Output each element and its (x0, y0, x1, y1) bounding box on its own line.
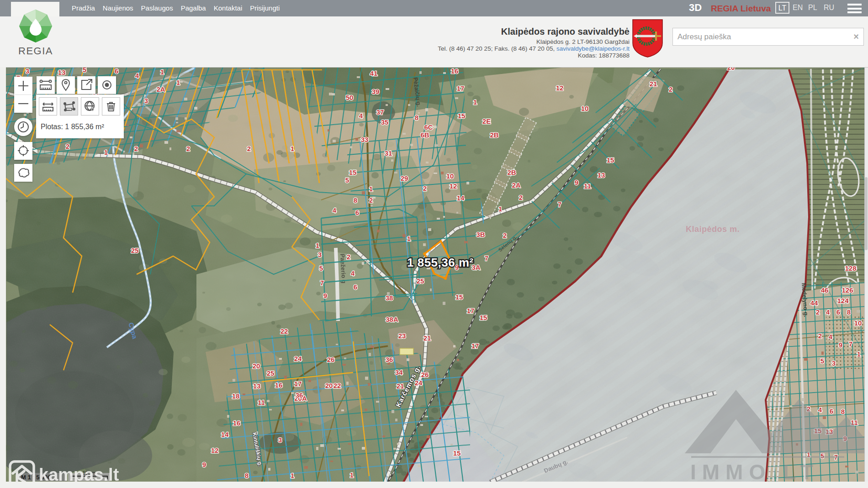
svg-text:kampas.lt: kampas.lt (39, 465, 119, 482)
svg-text:2: 2 (818, 332, 822, 340)
svg-text:14: 14 (457, 194, 465, 202)
svg-text:33: 33 (361, 136, 369, 143)
svg-text:2: 2 (816, 308, 820, 316)
svg-text:38: 38 (386, 294, 393, 302)
svg-text:128: 128 (845, 264, 856, 272)
svg-text:11: 11 (584, 182, 591, 190)
svg-text:29: 29 (401, 174, 408, 182)
svg-text:8: 8 (415, 114, 418, 121)
svg-text:9: 9 (839, 341, 842, 349)
svg-text:15: 15 (480, 314, 487, 321)
svg-text:11: 11 (258, 399, 265, 406)
svg-text:21: 21 (423, 334, 431, 342)
svg-text:25: 25 (131, 247, 139, 254)
svg-text:24: 24 (415, 379, 423, 387)
svg-text:23: 23 (398, 332, 406, 340)
svg-text:7: 7 (558, 200, 561, 208)
svg-text:1: 1 (291, 472, 294, 479)
svg-text:2: 2 (519, 194, 523, 201)
svg-text:24: 24 (294, 355, 302, 362)
svg-text:2: 2 (503, 231, 507, 239)
svg-text:15: 15 (455, 293, 463, 301)
svg-text:1: 1 (498, 205, 502, 213)
svg-text:20: 20 (253, 362, 260, 370)
svg-text:1: 1 (160, 68, 164, 76)
svg-text:2: 2 (66, 142, 69, 150)
svg-text:1: 1 (473, 98, 477, 106)
svg-text:4: 4 (351, 269, 355, 277)
svg-text:4: 4 (829, 333, 833, 341)
svg-text:44: 44 (810, 299, 818, 307)
svg-text:12: 12 (450, 182, 457, 190)
svg-text:2: 2 (369, 196, 373, 204)
svg-text:34: 34 (395, 368, 403, 376)
svg-text:2: 2 (347, 253, 350, 261)
svg-text:20: 20 (325, 382, 333, 389)
svg-text:1: 1 (176, 79, 180, 86)
svg-text:1: 1 (350, 471, 354, 479)
svg-text:14: 14 (221, 430, 229, 438)
svg-text:38A: 38A (386, 315, 398, 323)
svg-text:26: 26 (327, 356, 335, 363)
svg-text:3: 3 (278, 436, 282, 444)
svg-text:9: 9 (575, 178, 578, 186)
svg-text:25: 25 (417, 277, 424, 285)
svg-text:4: 4 (333, 206, 337, 214)
svg-text:25: 25 (267, 369, 275, 377)
svg-text:8: 8 (841, 408, 845, 415)
svg-text:21: 21 (650, 80, 657, 88)
svg-text:2: 2 (423, 184, 427, 192)
svg-text:16: 16 (451, 68, 459, 75)
svg-text:6: 6 (354, 283, 357, 291)
svg-text:2: 2 (669, 85, 672, 93)
svg-text:7: 7 (485, 254, 488, 262)
svg-text:1: 1 (291, 145, 294, 152)
svg-text:4: 4 (135, 72, 139, 79)
svg-text:2: 2 (186, 145, 190, 152)
svg-text:26: 26 (421, 371, 429, 378)
svg-text:36: 36 (386, 356, 393, 363)
svg-text:7: 7 (320, 279, 324, 287)
svg-text:20: 20 (727, 68, 735, 71)
svg-text:3: 3 (144, 97, 148, 105)
svg-text:16: 16 (275, 381, 283, 389)
svg-text:2: 2 (134, 145, 138, 152)
svg-text:8: 8 (847, 308, 851, 316)
svg-text:17: 17 (294, 380, 302, 388)
svg-text:8: 8 (354, 196, 357, 204)
svg-text:17: 17 (457, 84, 465, 92)
svg-text:22: 22 (281, 327, 288, 335)
svg-text:15: 15 (607, 156, 614, 164)
svg-text:3: 3 (26, 68, 29, 75)
svg-text:7: 7 (849, 340, 852, 348)
svg-text:1 855,36 m²: 1 855,36 m² (407, 256, 474, 269)
svg-text:6: 6 (115, 68, 118, 75)
svg-text:8: 8 (245, 472, 249, 479)
svg-text:16: 16 (233, 419, 241, 427)
svg-text:2A: 2A (512, 181, 520, 189)
svg-text:4: 4 (826, 308, 830, 316)
svg-text:3: 3 (318, 251, 322, 258)
svg-text:10: 10 (581, 105, 589, 112)
svg-text:9: 9 (202, 461, 206, 468)
svg-text:4: 4 (359, 112, 363, 120)
svg-text:2: 2 (247, 145, 251, 152)
svg-text:4: 4 (818, 406, 822, 414)
svg-text:12: 12 (556, 84, 564, 92)
svg-text:5: 5 (83, 68, 86, 73)
svg-text:10: 10 (446, 172, 454, 180)
svg-text:1: 1 (316, 241, 319, 249)
svg-text:6: 6 (830, 407, 833, 415)
svg-text:1: 1 (104, 148, 108, 156)
svg-text:6: 6 (355, 209, 359, 216)
svg-text:18: 18 (232, 392, 240, 400)
svg-text:41: 41 (370, 69, 378, 77)
svg-text:36: 36 (296, 391, 303, 399)
svg-text:10: 10 (854, 319, 862, 327)
svg-text:17: 17 (467, 307, 475, 315)
svg-text:6B: 6B (420, 131, 429, 139)
svg-text:46: 46 (821, 286, 829, 294)
svg-text:31: 31 (385, 149, 392, 157)
svg-text:13: 13 (58, 68, 66, 76)
svg-text:22: 22 (333, 382, 341, 389)
